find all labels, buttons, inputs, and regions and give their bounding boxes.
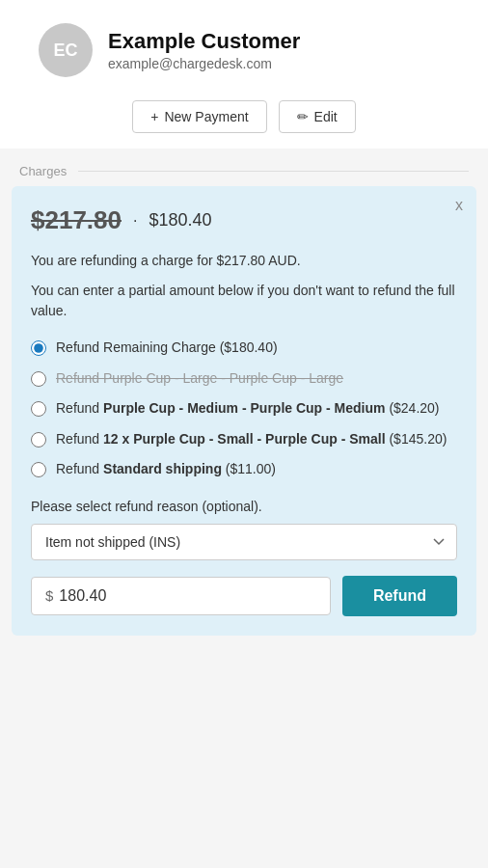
amount-row: $ Refund [31,576,457,616]
refund-card: x $217.80 · $180.40 You are refunding a … [12,186,476,636]
radio-label-4: Refund 12 x Purple Cup - Small - Purple … [56,430,447,449]
radio-input-2[interactable] [31,371,46,387]
edit-button[interactable]: ✏ Edit [279,100,356,133]
customer-name: Example Customer [108,29,300,54]
radio-label-5: Refund Standard shipping ($11.00) [56,460,276,479]
amount-input-wrapper: $ [31,577,331,615]
plus-icon: + [150,109,158,124]
refund-amount: $180.40 [149,210,211,231]
customer-email: example@chargedesk.com [108,56,300,71]
original-amount: $217.80 [31,205,122,235]
radio-label-2: Refund Purple Cup - Large - Purple Cup -… [56,369,343,389]
amount-input[interactable] [59,587,316,605]
refund-description: You are refunding a charge for $217.80 A… [31,251,457,271]
radio-input-5[interactable] [31,462,46,477]
avatar-row: EC Example Customer example@chargedesk.c… [19,23,469,77]
radio-input-4[interactable] [31,432,46,448]
action-buttons: + New Payment ✏ Edit [132,100,355,133]
customer-info: Example Customer example@chargedesk.com [108,29,300,71]
radio-group: Refund Remaining Charge ($180.40) Refund… [31,339,457,479]
radio-option-3[interactable]: Refund Purple Cup - Medium - Purple Cup … [31,399,457,419]
radio-option-2[interactable]: Refund Purple Cup - Large - Purple Cup -… [31,369,457,389]
radio-input-1[interactable] [31,340,46,356]
edit-label: Edit [314,109,338,124]
radio-option-1[interactable]: Refund Remaining Charge ($180.40) [31,339,457,358]
currency-symbol: $ [45,587,53,604]
close-button[interactable]: x [455,198,463,213]
separator: · [133,212,137,230]
charges-section-label: Charges [0,149,488,186]
refund-partial-note: You can enter a partial amount below if … [31,281,457,321]
radio-input-3[interactable] [31,401,46,417]
header: EC Example Customer example@chargedesk.c… [0,0,488,149]
radio-label-3: Refund Purple Cup - Medium - Purple Cup … [56,399,440,419]
select-reason-label: Please select refund reason (optional). [31,499,457,514]
refund-header: $217.80 · $180.40 [31,205,457,235]
new-payment-label: New Payment [164,109,248,124]
edit-icon: ✏ [297,109,309,124]
refund-button[interactable]: Refund [342,576,457,616]
radio-option-4[interactable]: Refund 12 x Purple Cup - Small - Purple … [31,430,457,449]
radio-option-5[interactable]: Refund Standard shipping ($11.00) [31,460,457,479]
reason-select[interactable]: Item not shipped (INS) Duplicate Fraudul… [31,524,457,560]
new-payment-button[interactable]: + New Payment [132,100,266,133]
avatar: EC [39,23,93,77]
radio-label-1: Refund Remaining Charge ($180.40) [56,339,278,358]
